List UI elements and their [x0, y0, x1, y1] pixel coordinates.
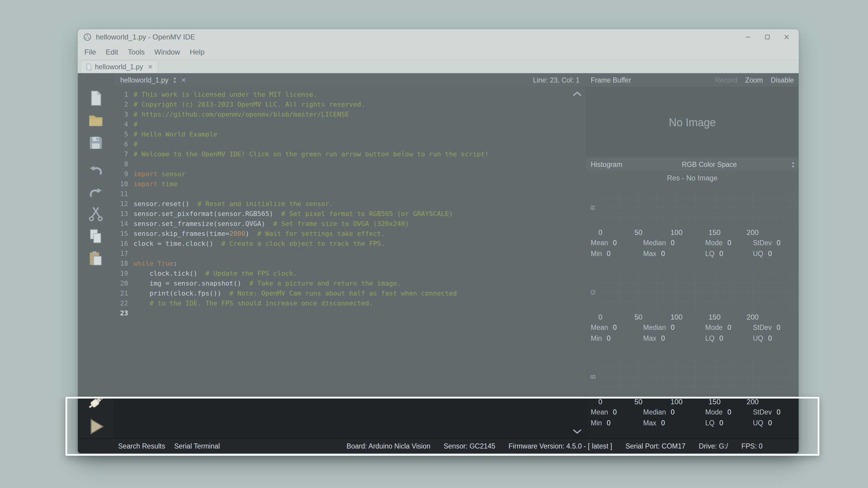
title-bar: helloworld_1.py - OpenMV IDE — [78, 29, 799, 45]
axis-tick: 0 — [598, 313, 602, 321]
code-text: while True: — [131, 258, 178, 268]
close-file-icon[interactable]: × — [181, 76, 186, 84]
axis-tick: 200 — [747, 313, 758, 321]
stat-mode: Mode0 — [705, 239, 753, 247]
paste-icon[interactable] — [87, 250, 104, 267]
status-board: Board: Arduino Nicla Vision — [347, 442, 430, 450]
code-line: 13sensor.set_pixformat(sensor.RGB565) # … — [114, 209, 586, 219]
redo-icon[interactable] — [87, 183, 104, 200]
line-number: 20 — [114, 278, 131, 288]
updown-arrows-icon — [173, 76, 177, 84]
save-file-icon[interactable] — [87, 134, 104, 152]
code-text: import time — [131, 179, 178, 189]
menu-edit[interactable]: Edit — [101, 45, 123, 59]
axis-tick-labels: 050100150200 — [600, 227, 795, 238]
code-line: 14sensor.set_framesize(sensor.QVGA) # Se… — [114, 219, 586, 229]
search-results-button[interactable]: Search Results — [118, 442, 165, 450]
code-line: 1# This work is licensed under the MIT l… — [114, 90, 586, 99]
open-file-icon[interactable] — [87, 112, 104, 129]
code-text: sensor.set_framesize(sensor.QVGA) # Set … — [131, 219, 409, 229]
window-title: helloworld_1.py - OpenMV IDE — [96, 33, 195, 41]
axis-tick: 0 — [598, 228, 602, 237]
code-text — [131, 159, 133, 169]
channel-label: B — [586, 358, 600, 396]
stat-mean: Mean0 — [591, 408, 643, 416]
histogram-channels: R050100150200Mean0Median0Mode0StDev0Min0… — [586, 185, 799, 438]
code-text: # — [131, 139, 137, 149]
updown-arrows-icon — [791, 161, 795, 168]
histogram-channel-g: G050100150200Mean0Median0Mode0StDev0Min0… — [586, 269, 799, 354]
status-sensor: Sensor: GC2145 — [444, 442, 495, 450]
axis-tick-labels: 050100150200 — [600, 312, 795, 323]
line-number: 18 — [114, 258, 131, 268]
code-text: print(clock.fps()) # Note: OpenMV Cam ru… — [131, 288, 457, 298]
axis-tick: 150 — [709, 313, 721, 321]
stat-lq: LQ0 — [705, 250, 753, 258]
tab-label: helloworld_1.py — [95, 63, 143, 71]
axis-tick: 50 — [634, 228, 643, 237]
code-text — [131, 308, 133, 318]
histogram-channel-b: B050100150200Mean0Median0Mode0StDev0Min0… — [586, 354, 799, 438]
menu-file[interactable]: File — [80, 45, 101, 59]
disable-button[interactable]: Disable — [771, 76, 794, 84]
close-icon[interactable] — [777, 29, 796, 45]
code-area[interactable]: 1# This work is licensed under the MIT l… — [114, 87, 586, 438]
code-line: 2# Copyright (c) 2013-2023 OpenMV LLC. A… — [114, 99, 586, 109]
record-button[interactable]: Record — [715, 76, 737, 84]
axis-tick: 100 — [670, 313, 682, 321]
file-selector-label: helloworld_1.py — [120, 76, 168, 84]
connect-icon[interactable] — [86, 393, 105, 412]
line-number: 14 — [114, 219, 131, 229]
code-line: 5# Hello World Example — [114, 129, 586, 139]
code-line: 4# — [114, 119, 586, 129]
code-line: 7# Welcome to the OpenMV IDE! Click on t… — [114, 149, 586, 159]
code-text: # Copyright (c) 2013-2023 OpenMV LLC. Al… — [131, 99, 365, 109]
menu-tools[interactable]: Tools — [123, 45, 150, 59]
window-controls — [738, 29, 799, 45]
histogram-grid — [600, 358, 795, 396]
scroll-down-icon[interactable] — [572, 428, 583, 435]
zoom-button[interactable]: Zoom — [745, 76, 763, 84]
stat-median: Median0 — [643, 239, 705, 247]
stat-mode: Mode0 — [705, 408, 753, 416]
tab-close-icon[interactable]: × — [148, 63, 153, 71]
tab-helloworld[interactable]: helloworld_1.py × — [81, 61, 158, 73]
scroll-up-icon[interactable] — [572, 90, 583, 97]
document-tab-bar: helloworld_1.py × — [78, 60, 799, 73]
stat-max: Max0 — [643, 250, 705, 258]
histogram-grid — [600, 273, 795, 312]
code-line: 17 — [114, 249, 586, 258]
open-file-selector[interactable]: helloworld_1.py × — [120, 76, 186, 84]
line-number: 8 — [114, 159, 131, 169]
code-text: clock = time.clock() # Create a clock ob… — [131, 238, 385, 249]
histogram-grid — [600, 188, 795, 227]
code-line: 23 — [114, 308, 586, 318]
color-space-dropdown[interactable]: RGB Color Space — [622, 161, 796, 169]
line-number: 1 — [114, 90, 131, 99]
code-text: clock.tick() # Update the FPS clock. — [131, 268, 297, 278]
serial-terminal-button[interactable]: Serial Terminal — [174, 442, 220, 450]
code-text — [131, 249, 133, 258]
line-number: 19 — [114, 268, 131, 278]
menu-help[interactable]: Help — [185, 45, 209, 59]
minimize-icon[interactable] — [738, 29, 758, 45]
code-text: import sensor — [131, 169, 185, 179]
stat-stdev: StDev0 — [753, 239, 795, 247]
axis-tick: 150 — [709, 398, 721, 406]
code-line: 12sensor.reset() # Reset and initialize … — [114, 199, 586, 209]
stat-min: Min0 — [591, 250, 643, 258]
new-file-icon[interactable] — [87, 90, 104, 107]
stat-lq: LQ0 — [705, 419, 753, 427]
line-number: 23 — [114, 308, 131, 318]
undo-icon[interactable] — [87, 161, 104, 178]
start-script-icon[interactable] — [86, 417, 105, 436]
cut-icon[interactable] — [87, 205, 104, 223]
no-image-placeholder: No Image — [669, 116, 716, 129]
code-line: 6# — [114, 139, 586, 149]
code-line: 19 clock.tick() # Update the FPS clock. — [114, 268, 586, 278]
maximize-icon[interactable] — [758, 29, 777, 45]
copy-icon[interactable] — [87, 227, 104, 245]
stat-stdev: StDev0 — [753, 324, 795, 332]
menu-window[interactable]: Window — [150, 45, 185, 59]
code-text: # — [131, 119, 137, 129]
